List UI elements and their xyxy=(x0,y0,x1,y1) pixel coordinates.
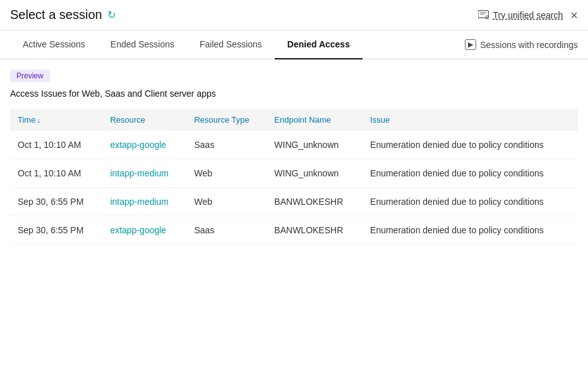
cell-resource-type: Web xyxy=(186,159,267,188)
header-left: Select a session ↻ xyxy=(10,8,116,22)
cell-resource-type: Saas xyxy=(186,131,267,159)
cell-time: Sep 30, 6:55 PM xyxy=(10,188,102,216)
unified-search-label: Try unified search xyxy=(493,10,563,20)
col-header-endpoint-name[interactable]: Endpoint Name xyxy=(267,109,363,131)
preview-badge: Preview xyxy=(10,70,50,82)
sort-arrow-time: ↓ xyxy=(37,116,40,124)
cell-resource-type: Web xyxy=(186,188,267,216)
main-content: Preview Access Issues for Web, Saas and … xyxy=(0,59,588,245)
table-row: Oct 1, 10:10 AMextapp-googleSaasWING_unk… xyxy=(10,131,578,159)
tabs-bar: Active Sessions Ended Sessions Failed Se… xyxy=(0,30,588,59)
cell-time: Oct 1, 10:10 AM xyxy=(10,159,102,188)
cell-endpoint-name: WING_unknown xyxy=(267,131,363,159)
col-header-resource[interactable]: Resource xyxy=(102,109,186,131)
cell-resource-type: Saas xyxy=(186,216,267,245)
cell-resource[interactable]: extapp-google xyxy=(102,131,186,159)
tab-active-sessions[interactable]: Active Sessions xyxy=(10,30,98,59)
cell-endpoint-name: BANWLOKESHR xyxy=(267,188,363,216)
svg-line-4 xyxy=(488,18,488,19)
header-right: Try unified search × xyxy=(478,9,578,21)
table-header-row: Time↓ Resource Resource Type Endpoint Na… xyxy=(10,109,578,131)
table-row: Oct 1, 10:10 AMintapp-mediumWebWING_unkn… xyxy=(10,159,578,188)
cell-resource[interactable]: intapp-medium xyxy=(102,188,186,216)
modal-header: Select a session ↻ Try unified search × xyxy=(0,0,588,30)
tab-sessions-recordings[interactable]: ▶ Sessions with recordings xyxy=(452,30,578,59)
col-header-resource-type[interactable]: Resource Type xyxy=(186,109,267,131)
cell-time: Sep 30, 6:55 PM xyxy=(10,216,102,245)
cell-resource[interactable]: extapp-google xyxy=(102,216,186,245)
page-title: Select a session xyxy=(10,8,102,22)
cell-endpoint-name: BANWLOKESHR xyxy=(267,216,363,245)
cell-issue: Enumeration denied due to policy conditi… xyxy=(363,188,578,216)
refresh-icon[interactable]: ↻ xyxy=(107,9,116,21)
tab-failed-sessions[interactable]: Failed Sessions xyxy=(187,30,275,59)
search-icon xyxy=(478,10,489,20)
col-header-issue[interactable]: Issue xyxy=(363,109,578,131)
cell-issue: Enumeration denied due to policy conditi… xyxy=(363,159,578,188)
unified-search-button[interactable]: Try unified search xyxy=(478,10,563,20)
table-row: Sep 30, 6:55 PMintapp-mediumWebBANWLOKES… xyxy=(10,188,578,216)
tab-denied-access[interactable]: Denied Access xyxy=(275,30,363,59)
cell-resource[interactable]: intapp-medium xyxy=(102,159,186,188)
cell-time: Oct 1, 10:10 AM xyxy=(10,131,102,159)
cell-endpoint-name: WING_unknown xyxy=(267,159,363,188)
recordings-icon: ▶ xyxy=(465,39,476,50)
table-row: Sep 30, 6:55 PMextapp-googleSaasBANWLOKE… xyxy=(10,216,578,245)
denied-access-table: Time↓ Resource Resource Type Endpoint Na… xyxy=(10,109,578,245)
cell-issue: Enumeration denied due to policy conditi… xyxy=(363,216,578,245)
cell-issue: Enumeration denied due to policy conditi… xyxy=(363,131,578,159)
col-header-time[interactable]: Time↓ xyxy=(10,109,102,131)
content-subtitle: Access Issues for Web, Saas and Client s… xyxy=(10,89,578,99)
recordings-label: Sessions with recordings xyxy=(480,40,578,50)
close-button[interactable]: × xyxy=(570,9,578,21)
tab-ended-sessions[interactable]: Ended Sessions xyxy=(98,30,187,59)
